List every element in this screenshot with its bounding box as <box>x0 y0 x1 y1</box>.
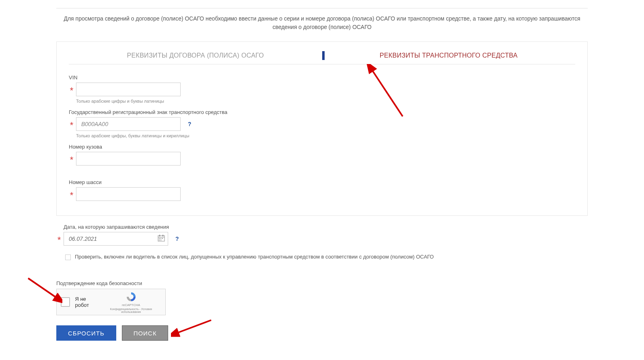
vin-hint: Только арабские цифры и буквы латиницы <box>76 99 575 103</box>
below-form: Дата, на которую запрашиваются сведения … <box>56 224 588 341</box>
chassis-input[interactable] <box>76 187 181 201</box>
instruction-text: Для просмотра сведений о договоре (полис… <box>56 14 588 31</box>
tab-policy[interactable]: РЕКВИЗИТЫ ДОГОВОРА (ПОЛИСА) ОСАГО <box>69 52 322 64</box>
top-divider <box>56 8 588 8</box>
annotation-arrow-search <box>171 318 215 338</box>
required-asterisk: * <box>69 190 74 201</box>
chassis-label: Номер шасси <box>69 179 575 185</box>
vin-input[interactable] <box>76 83 181 96</box>
required-asterisk: * <box>69 120 74 130</box>
date-label: Дата, на которую запрашиваются сведения <box>64 224 588 230</box>
recaptcha-text: Я не робот <box>75 296 101 308</box>
reset-button[interactable]: СБРОСИТЬ <box>56 325 116 341</box>
captcha-label: Подтверждение кода безопасности <box>56 280 588 286</box>
help-icon[interactable]: ? <box>188 121 191 127</box>
required-asterisk: * <box>69 85 74 96</box>
svg-line-11 <box>176 320 211 333</box>
tabs: РЕКВИЗИТЫ ДОГОВОРА (ПОЛИСА) ОСАГО РЕКВИЗ… <box>69 52 575 64</box>
recaptcha-links: Конфиденциальность - Условия использован… <box>101 308 161 313</box>
recaptcha-logo-icon <box>126 300 137 303</box>
form-container: РЕКВИЗИТЫ ДОГОВОРА (ПОЛИСА) ОСАГО РЕКВИЗ… <box>56 41 588 216</box>
date-input[interactable] <box>64 232 168 246</box>
body-input[interactable] <box>76 152 181 166</box>
required-asterisk: * <box>56 235 62 245</box>
reg-hint: Только арабские цифры, буквы латиницы и … <box>76 133 575 138</box>
check-driver-label[interactable]: Проверить, включен ли водитель в список … <box>75 254 434 260</box>
recaptcha-widget: Я не робот reCAPTCHA Конфиденциальность … <box>56 289 166 315</box>
search-button[interactable]: ПОИСК <box>122 325 169 341</box>
spacer <box>69 168 575 174</box>
svg-line-10 <box>28 278 58 298</box>
help-icon[interactable]: ? <box>175 236 179 242</box>
recaptcha-brand: reCAPTCHA <box>101 303 161 307</box>
check-driver-checkbox[interactable] <box>65 254 71 260</box>
recaptcha-checkbox[interactable] <box>61 297 70 307</box>
required-asterisk: * <box>69 155 74 165</box>
vin-label: VIN <box>69 74 575 81</box>
reg-label: Государственный регистрационный знак тра… <box>69 109 575 115</box>
body-label: Номер кузова <box>69 144 575 150</box>
tab-vehicle[interactable]: РЕКВИЗИТЫ ТРАНСПОРТНОГО СРЕДСТВА <box>322 52 576 64</box>
reg-input[interactable] <box>76 117 181 131</box>
